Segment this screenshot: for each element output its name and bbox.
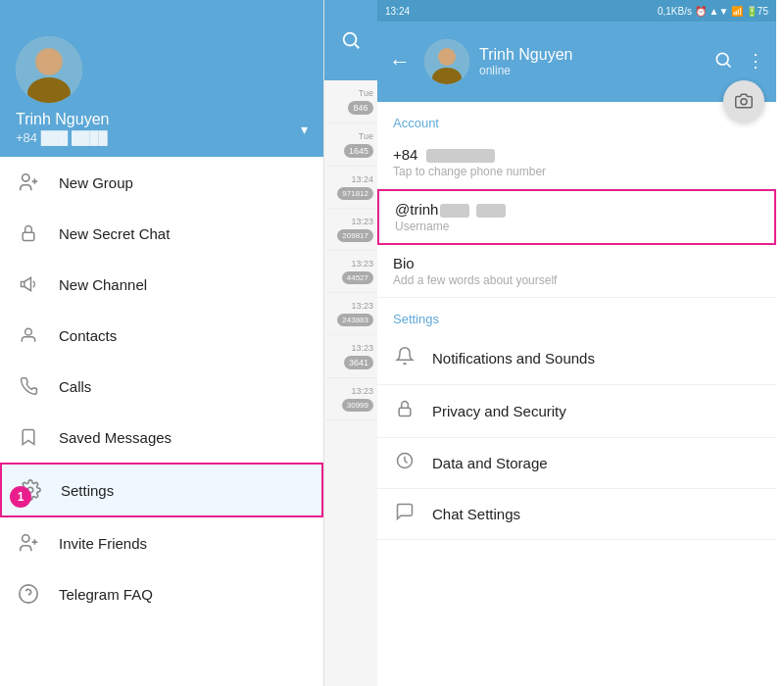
new-group-icon bbox=[16, 170, 41, 195]
svg-point-13 bbox=[438, 48, 456, 66]
menu-list: New Group New Secret Chat New Channel bbox=[0, 157, 323, 686]
new-group-label: New Group bbox=[59, 174, 133, 191]
contacts-label: Contacts bbox=[59, 327, 117, 344]
phone-row[interactable]: +84 Tap to change phone number bbox=[377, 136, 776, 189]
settings-label: Settings bbox=[61, 482, 114, 499]
username-value: @trinh bbox=[395, 201, 759, 218]
chat-icon bbox=[393, 502, 416, 526]
time-right: 13:24 bbox=[385, 6, 410, 17]
user-name-left: Trinh Nguyen bbox=[16, 111, 323, 128]
svg-rect-5 bbox=[23, 232, 34, 240]
phone-icon bbox=[16, 373, 41, 399]
calls-label: Calls bbox=[59, 378, 91, 395]
chat-badge: 30999 bbox=[342, 399, 373, 412]
chat-day: 13:23 bbox=[351, 343, 373, 353]
chat-settings-row[interactable]: Chat Settings bbox=[377, 489, 776, 540]
bio-hint: Add a few words about yourself bbox=[393, 273, 760, 287]
telegram-faq-label: Telegram FAQ bbox=[59, 586, 153, 603]
chat-badge: 1645 bbox=[344, 144, 373, 158]
chat-list-item[interactable]: 13:23 243883 bbox=[324, 293, 377, 335]
back-button[interactable]: ← bbox=[389, 49, 411, 74]
new-channel-label: New Channel bbox=[59, 276, 147, 293]
chat-day: Tue bbox=[359, 131, 373, 141]
phone-value: +84 bbox=[393, 146, 760, 163]
menu-item-new-channel[interactable]: New Channel bbox=[0, 259, 323, 310]
chat-list-item[interactable]: 13:23 209817 bbox=[324, 209, 377, 251]
chevron-down-icon[interactable]: ▾ bbox=[301, 122, 308, 137]
username-blurred2 bbox=[476, 204, 506, 218]
menu-item-telegram-faq[interactable]: Telegram FAQ bbox=[0, 568, 323, 619]
data-storage-row[interactable]: Data and Storage bbox=[377, 438, 776, 489]
right-user-status: online bbox=[479, 64, 704, 77]
svg-point-6 bbox=[25, 328, 32, 335]
menu-item-saved-messages[interactable]: Saved Messages bbox=[0, 412, 323, 463]
chat-badge: 846 bbox=[348, 101, 373, 115]
chat-badge: 3641 bbox=[344, 356, 373, 369]
chat-list-strip: Tue 846 Tue 1645 13:24 971812 13:23 2098… bbox=[323, 0, 377, 686]
chat-day: 13:24 bbox=[351, 174, 373, 184]
annotation-badge-1: 1 bbox=[10, 486, 31, 508]
chat-list-item[interactable]: Tue 846 bbox=[324, 80, 377, 123]
left-panel: 13:24 0,1KB/s ⏰ ▲▼ 📶 🔋75 Trinh Nguyen +8… bbox=[0, 0, 323, 686]
avatar-right bbox=[424, 39, 469, 84]
chat-day: 13:23 bbox=[351, 386, 373, 396]
phone-blurred bbox=[426, 149, 495, 163]
menu-item-calls[interactable]: Calls bbox=[0, 361, 323, 412]
username-row[interactable]: @trinh Username ← 2 bbox=[377, 189, 776, 245]
lock-settings-icon bbox=[393, 398, 416, 424]
status-bar-right: 13:24 0,1KB/s ⏰ ▲▼ 📶 🔋75 bbox=[377, 0, 776, 22]
person-add-icon bbox=[16, 530, 41, 556]
chat-day: Tue bbox=[359, 88, 373, 98]
chat-badge: 243883 bbox=[337, 314, 373, 326]
username-label: Username bbox=[395, 220, 759, 233]
bio-row[interactable]: Bio Add a few words about yourself bbox=[377, 245, 776, 298]
right-panel: 13:24 0,1KB/s ⏰ ▲▼ 📶 🔋75 ← Trinh Nguyen … bbox=[377, 0, 776, 686]
chat-list-item[interactable]: Tue 1645 bbox=[324, 123, 377, 167]
notifications-row[interactable]: Notifications and Sounds bbox=[377, 332, 776, 385]
menu-item-new-group[interactable]: New Group bbox=[0, 157, 323, 208]
invite-friends-label: Invite Friends bbox=[59, 535, 147, 552]
privacy-security-label: Privacy and Security bbox=[432, 403, 566, 419]
chat-day: 13:23 bbox=[351, 259, 373, 269]
svg-point-8 bbox=[23, 535, 29, 542]
chat-list-item[interactable]: 13:23 30999 bbox=[324, 378, 377, 420]
question-icon bbox=[16, 581, 41, 607]
menu-item-settings[interactable]: Settings ← 1 bbox=[0, 463, 323, 517]
clock-icon bbox=[393, 451, 416, 475]
svg-point-15 bbox=[716, 53, 728, 65]
search-icon-right[interactable] bbox=[713, 50, 733, 74]
right-content: Account +84 Tap to change phone number @… bbox=[377, 102, 776, 686]
chat-list-item[interactable]: 13:23 44527 bbox=[324, 251, 377, 293]
chat-list-item[interactable]: 13:23 3641 bbox=[324, 335, 377, 378]
phone-hint: Tap to change phone number bbox=[393, 165, 760, 178]
menu-item-invite-friends[interactable]: Invite Friends bbox=[0, 517, 323, 568]
chat-search-icon[interactable] bbox=[324, 0, 377, 80]
more-icon[interactable]: ⋮ bbox=[747, 50, 764, 74]
camera-button[interactable] bbox=[723, 80, 764, 122]
chat-settings-label: Chat Settings bbox=[432, 506, 520, 522]
bell-icon bbox=[393, 345, 416, 371]
saved-messages-label: Saved Messages bbox=[59, 429, 172, 446]
svg-point-4 bbox=[23, 174, 29, 181]
user-phone-left: +84 ███ ████ bbox=[16, 130, 323, 145]
right-user-name: Trinh Nguyen bbox=[479, 46, 704, 64]
header-icons: ⋮ bbox=[713, 50, 764, 74]
person-icon bbox=[16, 322, 41, 348]
chat-badge: 209817 bbox=[337, 229, 373, 242]
network-right: 0,1KB/s ⏰ ▲▼ 📶 🔋75 bbox=[658, 6, 768, 17]
svg-point-11 bbox=[344, 33, 357, 46]
settings-section-header: Settings bbox=[377, 298, 776, 332]
chat-list-item[interactable]: 13:24 971812 bbox=[324, 167, 377, 209]
chat-day: 13:23 bbox=[351, 301, 373, 311]
bio-label: Bio bbox=[393, 255, 760, 271]
right-user-info: Trinh Nguyen online bbox=[479, 46, 704, 77]
menu-item-new-secret-chat[interactable]: New Secret Chat bbox=[0, 208, 323, 259]
notifications-label: Notifications and Sounds bbox=[432, 350, 595, 367]
left-header: Trinh Nguyen +84 ███ ████ ▾ bbox=[0, 0, 323, 157]
new-secret-chat-label: New Secret Chat bbox=[59, 225, 170, 242]
right-header: ← Trinh Nguyen online ⋮ bbox=[377, 22, 776, 102]
chat-badge: 971812 bbox=[337, 187, 373, 200]
menu-item-contacts[interactable]: Contacts bbox=[0, 310, 323, 361]
username-blurred1 bbox=[440, 204, 469, 218]
privacy-security-row[interactable]: Privacy and Security bbox=[377, 385, 776, 438]
